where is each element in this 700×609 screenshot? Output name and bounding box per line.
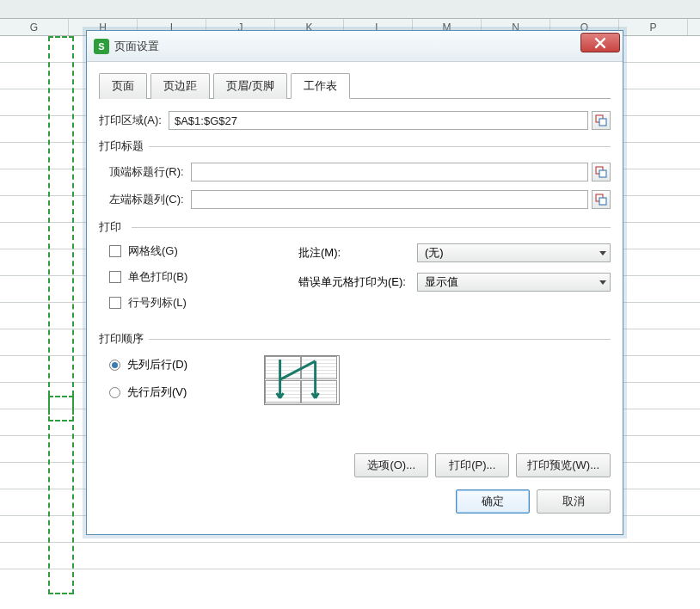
checkbox-icon — [109, 271, 121, 283]
range-selector-icon — [595, 114, 607, 126]
radio-down-then-over-label: 先列后行(D) — [127, 357, 187, 372]
comments-value: (无) — [425, 245, 444, 261]
tab-page[interactable]: 页面 — [99, 73, 147, 99]
print-area-label: 打印区域(A): — [99, 113, 162, 128]
errors-row: 错误单元格打印为(E): 显示值 — [298, 273, 611, 292]
print-preview-button[interactable]: 打印预览(W)... — [516, 453, 611, 477]
top-rows-input[interactable] — [191, 163, 588, 181]
range-selector-icon — [595, 194, 607, 206]
col-G[interactable]: G — [0, 19, 69, 35]
radio-down-then-over[interactable]: 先列后行(D) — [109, 357, 264, 372]
tab-header-footer[interactable]: 页眉/页脚 — [213, 73, 287, 99]
group-print-order-label: 打印顺序 — [99, 331, 611, 347]
checkbox-rowcol[interactable]: 行号列标(L) — [109, 295, 298, 311]
group-print-order: 打印顺序 先列后行(D) 先行后列(V) — [99, 331, 611, 412]
checkbox-icon — [109, 245, 121, 257]
left-cols-row: 左端标题列(C): — [109, 190, 611, 209]
range-selector-icon — [595, 166, 607, 178]
checkbox-gridlines[interactable]: 网格线(G) — [109, 243, 298, 259]
action-buttons-row: 选项(O)... 打印(P)... 打印预览(W)... — [99, 453, 611, 477]
col-P[interactable]: P — [619, 19, 688, 35]
top-rows-range-selector[interactable] — [592, 163, 611, 181]
left-cols-input[interactable] — [191, 190, 588, 209]
checkbox-rowcol-label: 行号列标(L) — [128, 295, 187, 311]
chevron-down-icon — [599, 251, 606, 255]
titlebar[interactable]: S 页面设置 — [87, 31, 623, 62]
cancel-button[interactable]: 取消 — [537, 489, 611, 514]
checkbox-mono-label: 单色打印(B) — [128, 269, 187, 285]
comments-label: 批注(M): — [298, 245, 410, 261]
toolbar-strip — [0, 0, 700, 19]
errors-value: 显示值 — [425, 274, 458, 290]
dialog-title: 页面设置 — [114, 39, 580, 54]
page-setup-dialog: S 页面设置 页面 页边距 页眉/页脚 工作表 打印区域(A): 打印标题 顶端… — [86, 30, 623, 535]
checkbox-mono[interactable]: 单色打印(B) — [109, 269, 298, 285]
svg-rect-3 — [599, 170, 606, 177]
radio-over-then-down[interactable]: 先行后列(V) — [109, 384, 264, 400]
left-cols-range-selector[interactable] — [592, 190, 611, 209]
app-icon: S — [94, 39, 109, 54]
print-area-row: 打印区域(A): — [99, 111, 611, 130]
options-button[interactable]: 选项(O)... — [354, 453, 428, 477]
group-print: 打印 网格线(G) 单色打印(B) 行号列标(L) — [99, 219, 611, 321]
top-rows-row: 顶端标题行(R): — [109, 163, 611, 181]
radio-over-then-down-label: 先行后列(V) — [127, 384, 187, 400]
close-icon — [594, 37, 606, 49]
errors-label: 错误单元格打印为(E): — [298, 274, 410, 290]
group-print-titles-label: 打印标题 — [99, 138, 611, 154]
tab-margin[interactable]: 页边距 — [150, 73, 210, 99]
errors-select[interactable]: 显示值 — [417, 273, 611, 292]
tab-bar: 页面 页边距 页眉/页脚 工作表 — [99, 72, 611, 99]
left-cols-label: 左端标题列(C): — [109, 192, 184, 207]
checkbox-gridlines-label: 网格线(G) — [128, 243, 178, 259]
group-print-label: 打印 — [99, 219, 611, 235]
svg-rect-1 — [599, 119, 606, 126]
checkbox-icon — [109, 297, 121, 309]
group-print-titles: 打印标题 顶端标题行(R): 左端标题列(C): — [99, 138, 611, 209]
print-area-input[interactable] — [169, 111, 588, 130]
dialog-buttons-row: 确定 取消 — [99, 489, 611, 514]
close-button[interactable] — [580, 33, 620, 52]
top-rows-label: 顶端标题行(R): — [109, 164, 184, 180]
comments-select[interactable]: (无) — [417, 243, 611, 262]
chevron-down-icon — [599, 280, 606, 285]
tab-sheet[interactable]: 工作表 — [291, 73, 350, 99]
radio-icon — [109, 360, 120, 371]
print-area-range-selector[interactable] — [592, 111, 611, 130]
comments-row: 批注(M): (无) — [298, 243, 611, 262]
page-order-preview — [264, 355, 340, 405]
ok-button[interactable]: 确定 — [456, 489, 530, 514]
print-button[interactable]: 打印(P)... — [435, 453, 509, 477]
radio-icon — [109, 387, 120, 398]
svg-rect-5 — [599, 198, 606, 205]
